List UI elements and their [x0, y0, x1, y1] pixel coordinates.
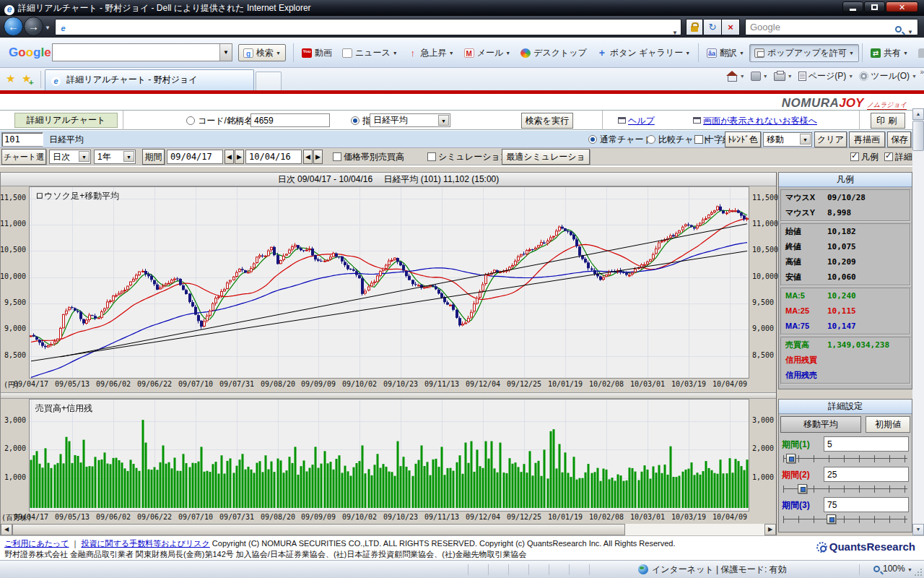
detail-checkbox[interactable] — [884, 152, 893, 161]
scrollbar-thumb[interactable] — [912, 121, 924, 151]
vertical-scrollbar[interactable]: ▲ ▼ — [912, 108, 924, 535]
chart-code-input[interactable] — [1, 132, 43, 147]
toolbar-item-gallery[interactable]: +ボタン ギャラリー▼ — [592, 44, 695, 62]
scrollbar-thumb[interactable] — [12, 524, 625, 535]
toolbar-item-label: ニュース — [355, 47, 391, 59]
simulation-checkbox[interactable] — [427, 152, 436, 161]
clear-button[interactable]: クリア — [814, 131, 847, 147]
select-dropdown-icon[interactable]: ▼ — [438, 115, 449, 126]
toolbar-item-news[interactable]: ニュース▼ — [337, 44, 403, 62]
period-slider[interactable] — [782, 514, 909, 526]
toolbar-item-youtube[interactable]: You動画 — [297, 44, 337, 62]
crosshair-checkbox[interactable] — [694, 135, 703, 144]
risk-link[interactable]: 投資に関する手数料等およびリスク — [81, 539, 209, 548]
span-select[interactable]: 1年▼ — [94, 150, 136, 164]
move-select[interactable]: 移動▼ — [763, 132, 812, 147]
refresh-button[interactable]: ↻ — [704, 19, 722, 35]
scroll-up-icon[interactable]: ▲ — [912, 108, 924, 120]
resize-grip[interactable] — [914, 568, 923, 577]
toolbar-item-desktop[interactable]: デスクトップ — [515, 44, 592, 62]
slider-thumb[interactable] — [827, 514, 836, 524]
period-slider[interactable] — [782, 483, 909, 496]
date-from-input[interactable] — [167, 150, 223, 164]
back-button[interactable]: ← — [4, 17, 23, 36]
new-tab-stub[interactable] — [256, 72, 282, 90]
help-link[interactable]: ヘルプ — [628, 116, 655, 126]
toolbar-item-share[interactable]: ⇄共有▼ — [866, 44, 913, 62]
feeds-button[interactable]: ▼ — [751, 72, 768, 81]
page-menu[interactable]: ページ(P)▼ — [798, 70, 854, 82]
redraw-button[interactable]: 再描画 — [849, 131, 885, 147]
toolbar-item-trend[interactable]: ↑急上昇▼ — [403, 44, 459, 62]
select-dropdown-icon[interactable]: ▼ — [123, 151, 134, 162]
close-button[interactable]: ✕ — [886, 1, 918, 12]
date-from-next-button[interactable]: ▶ — [235, 150, 244, 164]
axis-tick-label: 09/11/13 — [424, 380, 459, 388]
select-dropdown-icon[interactable]: ▼ — [79, 151, 90, 162]
chart-select-button[interactable]: チャート選択 — [1, 149, 46, 165]
period-slider[interactable] — [782, 453, 909, 465]
address-bar[interactable]: e ▼ — [55, 19, 681, 35]
period-input[interactable] — [824, 497, 909, 512]
toolbar-item-popup[interactable]: ポップアップを許可▼ — [749, 44, 859, 62]
normal-chart-radio[interactable] — [588, 135, 597, 144]
date-from-prev-button[interactable]: ◀ — [225, 150, 234, 164]
terms-link[interactable]: ご利用にあたって — [4, 539, 69, 548]
toolbar-search-button[interactable]: g検索▼ — [238, 44, 286, 61]
trend-color-button[interactable]: ﾄﾚﾝﾄﾞ色 — [725, 131, 761, 147]
period-input[interactable] — [824, 467, 909, 482]
date-to-next-button[interactable]: ▶ — [313, 150, 323, 164]
print-button[interactable]: ▼ — [774, 72, 793, 81]
page-print-button[interactable]: 印刷 — [871, 113, 905, 129]
main-chart-canvas[interactable] — [29, 186, 749, 379]
reset-default-button[interactable]: 初期値 — [866, 416, 910, 433]
slider-thumb[interactable] — [786, 454, 796, 463]
maximize-button[interactable] — [864, 1, 885, 12]
tab-active[interactable]: e 詳細リアルチャート - 野村ジョイ — [45, 69, 254, 90]
tools-menu[interactable]: ツール(O)▼ — [859, 70, 917, 82]
execute-search-button[interactable]: 検索を実行 — [521, 113, 573, 129]
toolbar-item-sidewiki[interactable]: サイドウィキ▼ — [913, 44, 924, 62]
code-input[interactable] — [250, 113, 330, 127]
scroll-left-icon[interactable]: ◀ — [1, 524, 12, 535]
window-titlebar[interactable]: e詳細リアルチャート - 野村ジョイ - Dell により提供された Inter… — [0, 0, 924, 16]
lock-button[interactable] — [686, 19, 703, 35]
add-favorite-icon[interactable]: ★ — [22, 72, 31, 85]
moving-average-tab[interactable]: 移動平均 — [780, 416, 861, 433]
forward-button[interactable]: → — [24, 17, 43, 36]
date-to-prev-button[interactable]: ◀ — [303, 150, 313, 164]
home-button[interactable]: ▼ — [727, 72, 745, 81]
period-input[interactable] — [824, 436, 909, 452]
minimize-button[interactable] — [842, 1, 863, 12]
volume-chart-canvas[interactable] — [29, 399, 749, 512]
save-button[interactable]: 保存 — [887, 131, 911, 147]
favorites-star-icon[interactable]: ★ — [6, 72, 15, 85]
legend-checkbox[interactable] — [850, 152, 859, 161]
index-select[interactable]: 日経平均▼ — [370, 113, 450, 127]
toolbar-overflow-icon[interactable]: » — [920, 68, 924, 76]
scroll-right-icon[interactable]: ▶ — [764, 524, 776, 535]
lock-icon — [691, 26, 698, 32]
select-dropdown-icon[interactable]: ▼ — [800, 134, 811, 144]
toolbar-search-input[interactable]: ▼ — [52, 43, 232, 61]
history-dropdown-icon[interactable]: ▼ — [45, 25, 51, 31]
slider-thumb[interactable] — [798, 484, 807, 493]
frequency-select[interactable]: 日次▼ — [49, 150, 91, 164]
compare-chart-radio[interactable] — [647, 135, 655, 144]
scrollbar-track[interactable] — [625, 524, 766, 535]
price-volume-checkbox[interactable] — [333, 152, 341, 161]
horizontal-scrollbar[interactable]: ◀ ▶ — [1, 524, 776, 535]
stop-button[interactable]: × — [722, 19, 740, 35]
toolbar-item-mail[interactable]: Mメール▼ — [459, 44, 516, 62]
scroll-down-icon[interactable]: ▼ — [912, 524, 924, 535]
search-icon[interactable] — [895, 22, 902, 37]
code-radio[interactable] — [186, 116, 195, 125]
optimal-simulation-button[interactable]: 最適シミュレーション — [502, 149, 590, 165]
display-help-link[interactable]: 画面が表示されないお客様へ — [703, 116, 817, 126]
toolbar-item-translate[interactable]: âa翻訳▼ — [702, 44, 749, 62]
index-radio[interactable] — [351, 116, 359, 125]
date-to-input[interactable] — [245, 150, 302, 164]
browser-search-box[interactable]: Google ▼ — [745, 19, 918, 35]
toolbar-search-dropdown-icon[interactable]: ▼ — [219, 44, 232, 61]
zoom-control[interactable]: 100% ▼ — [873, 564, 912, 574]
